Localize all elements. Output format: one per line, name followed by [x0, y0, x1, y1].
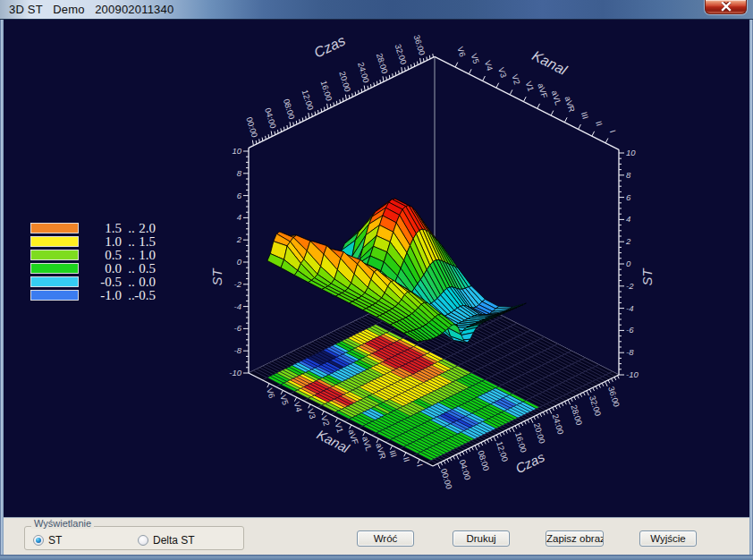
svg-text:V4: V4 [292, 401, 304, 413]
svg-text:V3: V3 [306, 408, 317, 420]
svg-text:..: .. [128, 275, 135, 289]
svg-text:I: I [608, 129, 617, 133]
svg-text:04:00: 04:00 [458, 459, 472, 481]
svg-text:aVL: aVL [360, 436, 373, 453]
svg-text:..: .. [128, 261, 135, 276]
svg-text:Czas: Czas [512, 449, 547, 476]
svg-text:1.5: 1.5 [139, 234, 156, 249]
svg-text:V6: V6 [455, 46, 467, 58]
svg-text:III: III [388, 449, 399, 458]
svg-text:24:00: 24:00 [551, 413, 565, 436]
svg-text:6: 6 [626, 192, 631, 202]
svg-text:24:00: 24:00 [356, 62, 370, 84]
svg-text:-4: -4 [234, 301, 241, 311]
svg-text:-0.5: -0.5 [134, 288, 156, 302]
svg-text:-6: -6 [626, 325, 634, 335]
svg-text:V2: V2 [510, 73, 521, 86]
svg-text:-8: -8 [626, 347, 634, 357]
svg-text:-2: -2 [626, 281, 634, 291]
svg-text:16:00: 16:00 [513, 431, 528, 454]
svg-text:16:00: 16:00 [318, 80, 333, 102]
svg-text:V2: V2 [319, 414, 331, 427]
svg-text:12:00: 12:00 [495, 440, 509, 462]
svg-text:-10: -10 [626, 369, 639, 379]
svg-text:04:00: 04:00 [263, 107, 277, 130]
svg-text:36:00: 36:00 [411, 34, 426, 56]
svg-text:28:00: 28:00 [375, 52, 389, 74]
svg-text:Czas: Czas [311, 32, 347, 60]
svg-text:0: 0 [237, 257, 242, 267]
svg-text:28:00: 28:00 [569, 403, 583, 426]
svg-text:12:00: 12:00 [300, 89, 315, 111]
svg-text:..: .. [128, 221, 135, 235]
svg-text:-8: -8 [234, 345, 242, 355]
svg-text:Kanal: Kanal [529, 47, 570, 78]
svg-text:08:00: 08:00 [282, 98, 296, 120]
svg-text:III: III [580, 111, 590, 120]
svg-text:0.5: 0.5 [139, 261, 156, 276]
svg-text:..: .. [128, 248, 135, 262]
svg-text:V4: V4 [483, 59, 495, 72]
svg-text:I: I [415, 462, 424, 467]
svg-text:10: 10 [626, 148, 636, 157]
svg-text:20:00: 20:00 [337, 71, 351, 93]
svg-text:II: II [402, 456, 411, 463]
svg-text:6: 6 [237, 191, 242, 200]
svg-text:0.0: 0.0 [139, 275, 156, 289]
svg-text:36:00: 36:00 [606, 386, 621, 408]
svg-text:1.0: 1.0 [105, 234, 122, 249]
svg-text:aVR: aVR [374, 442, 387, 460]
svg-text:2.0: 2.0 [139, 221, 156, 235]
svg-text:Kanal: Kanal [315, 427, 352, 456]
svg-text:-10: -10 [229, 368, 241, 378]
svg-text:1.0: 1.0 [139, 248, 156, 262]
svg-text:8: 8 [626, 170, 631, 180]
svg-text:-4: -4 [626, 303, 633, 313]
svg-text:V6: V6 [265, 387, 276, 400]
svg-text:aVF: aVF [536, 82, 549, 100]
svg-text:00:00: 00:00 [244, 116, 258, 139]
svg-text:V1: V1 [524, 81, 536, 93]
svg-text:-2: -2 [234, 279, 242, 289]
svg-text:10: 10 [232, 146, 241, 156]
svg-text:32:00: 32:00 [393, 43, 408, 65]
svg-text:00:00: 00:00 [439, 468, 453, 490]
svg-text:4: 4 [626, 214, 630, 224]
svg-text:-1.0: -1.0 [100, 288, 122, 302]
svg-text:08:00: 08:00 [476, 449, 490, 471]
svg-text:8: 8 [237, 168, 242, 178]
svg-text:0.5: 0.5 [105, 248, 122, 262]
svg-text:32:00: 32:00 [588, 395, 602, 417]
svg-text:2: 2 [236, 234, 242, 244]
svg-text:..: .. [128, 234, 135, 249]
svg-text:V1: V1 [333, 421, 344, 434]
svg-text:V3: V3 [496, 66, 508, 79]
svg-text:2: 2 [625, 236, 631, 246]
svg-text:-6: -6 [234, 323, 242, 333]
svg-text:0: 0 [626, 259, 631, 268]
svg-text:0.0: 0.0 [105, 261, 122, 276]
svg-text:ST: ST [209, 267, 224, 286]
svg-text:1.5: 1.5 [105, 221, 122, 235]
svg-text:aVL: aVL [550, 89, 563, 106]
svg-text:aVR: aVR [563, 95, 577, 113]
svg-text:V5: V5 [470, 53, 481, 65]
svg-text:20:00: 20:00 [532, 422, 546, 445]
svg-text:II: II [594, 120, 604, 127]
svg-text:ST: ST [639, 267, 655, 286]
svg-text:-0.5: -0.5 [100, 275, 122, 289]
svg-text:V5: V5 [278, 394, 290, 406]
svg-text:4: 4 [237, 212, 241, 222]
